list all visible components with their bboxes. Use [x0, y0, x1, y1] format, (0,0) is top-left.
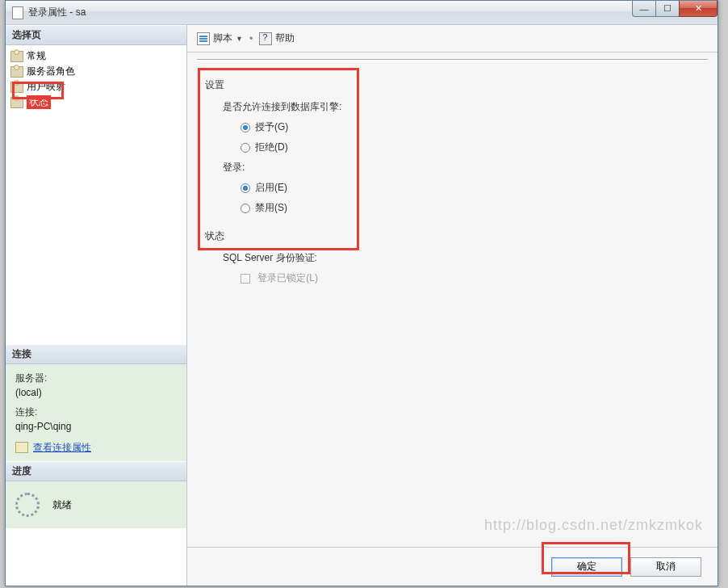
form-area: 设置 是否允许连接到数据库引擎: 授予(G) 拒绝(D) 登录: 启用(E)	[187, 67, 718, 547]
help-icon	[259, 32, 272, 45]
radio-label: 启用(E)	[255, 181, 287, 195]
help-button[interactable]: 帮助	[259, 32, 295, 45]
sidebar-item-label: 服务器角色	[27, 65, 75, 78]
window-controls: — ☐ ✕	[633, 1, 718, 19]
progress-spinner-icon	[15, 493, 40, 517]
page-icon	[10, 97, 23, 108]
radio-icon	[241, 204, 250, 213]
sidebar-item-label: 用户映射	[27, 80, 65, 94]
radio-label: 拒绝(D)	[255, 141, 288, 154]
login-enable-radio[interactable]: 启用(E)	[241, 181, 700, 195]
radio-label: 禁用(S)	[255, 201, 287, 215]
connection-value: qing-PC\qing	[15, 419, 177, 434]
login-disable-radio[interactable]: 禁用(S)	[241, 201, 700, 215]
script-icon	[197, 32, 210, 45]
sqlauth-label: SQL Server 身份验证:	[223, 251, 700, 265]
ok-button[interactable]: 确定	[551, 557, 622, 577]
help-label: 帮助	[275, 32, 295, 45]
content-pane: 脚本 ▼ • 帮助 设置 是否允许连接到数据库引擎: 授予(G)	[187, 25, 718, 586]
radio-label: 授予(G)	[255, 120, 288, 134]
sidebar-item-label: 状态	[27, 95, 51, 109]
maximize-button[interactable]: ☐	[655, 1, 680, 17]
cancel-button[interactable]: 取消	[630, 557, 701, 577]
progress-section: 就绪	[6, 481, 186, 528]
dialog-footer: 确定 取消	[187, 547, 718, 586]
sidebar-item-status[interactable]: 状态	[7, 94, 185, 110]
sidebar-item-general[interactable]: 常规	[7, 48, 185, 64]
select-page-header: 选择页	[6, 25, 186, 45]
permit-grant-radio[interactable]: 授予(G)	[241, 120, 700, 134]
window-title: 登录属性 - sa	[28, 6, 86, 19]
window-icon	[12, 6, 23, 19]
progress-header: 进度	[6, 461, 186, 481]
status-title: 状态	[205, 229, 700, 243]
sidebar-item-user-mapping[interactable]: 用户映射	[7, 79, 185, 94]
close-button[interactable]: ✕	[679, 1, 718, 17]
permit-deny-radio[interactable]: 拒绝(D)	[241, 141, 700, 154]
login-properties-window: 登录属性 - sa — ☐ ✕ 选择页 常规 服务器角色 用户映射	[5, 0, 718, 586]
page-list: 常规 服务器角色 用户映射 状态	[6, 45, 186, 344]
radio-icon	[241, 143, 250, 153]
toolbar-separator: •	[249, 33, 253, 44]
settings-title: 设置	[205, 78, 700, 92]
divider	[197, 59, 708, 61]
connection-section: 服务器: (local) 连接: qing-PC\qing 查看连接属性	[6, 364, 186, 461]
sidebar: 选择页 常规 服务器角色 用户映射 状态 连接	[6, 25, 187, 586]
sidebar-item-label: 常规	[27, 49, 46, 63]
radio-icon	[241, 123, 250, 132]
chevron-down-icon: ▼	[236, 35, 243, 43]
script-label: 脚本	[213, 32, 232, 45]
page-icon	[10, 51, 23, 62]
script-dropdown[interactable]: 脚本 ▼	[197, 32, 243, 45]
progress-status: 就绪	[52, 498, 72, 512]
page-icon	[10, 82, 23, 93]
content-toolbar: 脚本 ▼ • 帮助	[187, 25, 718, 52]
connection-label: 连接:	[15, 405, 177, 419]
sidebar-item-server-roles[interactable]: 服务器角色	[7, 64, 185, 79]
locked-checkbox-row: 登录已锁定(L)	[241, 271, 700, 285]
page-icon	[10, 66, 23, 78]
titlebar[interactable]: 登录属性 - sa — ☐ ✕	[6, 1, 718, 25]
permit-label: 是否允许连接到数据库引擎:	[223, 100, 700, 114]
view-connection-props-link[interactable]: 查看连接属性	[33, 440, 91, 455]
locked-label: 登录已锁定(L)	[257, 272, 318, 284]
login-title: 登录:	[223, 161, 700, 174]
server-value: (local)	[15, 385, 177, 400]
radio-icon	[241, 183, 250, 193]
server-icon	[15, 442, 28, 453]
server-label: 服务器:	[15, 371, 177, 385]
locked-checkbox	[241, 274, 250, 284]
minimize-button[interactable]: —	[632, 1, 656, 17]
main-split: 选择页 常规 服务器角色 用户映射 状态 连接	[6, 25, 718, 586]
connection-header: 连接	[6, 344, 186, 364]
